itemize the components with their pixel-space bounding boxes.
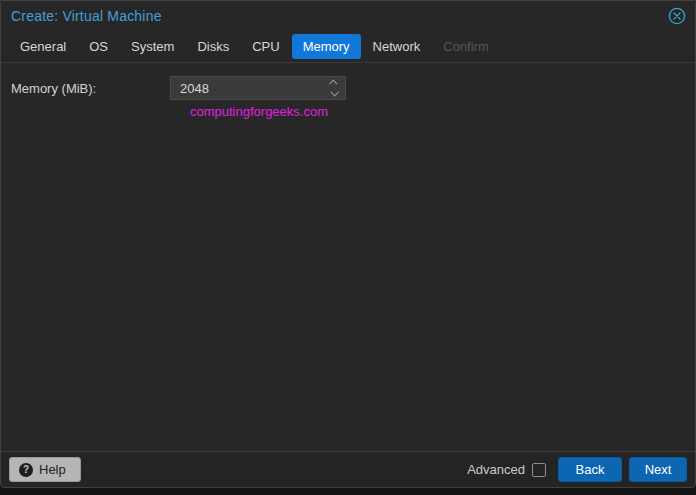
page-title: Create: Virtual Machine [11, 8, 162, 24]
back-button[interactable]: Back [558, 457, 622, 482]
footer-bar: ? Help Advanced Back Next [1, 451, 695, 487]
wizard-tab-bar: General OS System Disks CPU Memory Netwo… [1, 31, 695, 63]
tab-general[interactable]: General [9, 34, 77, 59]
tab-network[interactable]: Network [362, 34, 432, 59]
footer-actions: Advanced Back Next [467, 457, 687, 482]
memory-input[interactable] [171, 77, 323, 99]
tab-memory[interactable]: Memory [292, 34, 361, 59]
advanced-checkbox[interactable] [532, 463, 546, 477]
tab-confirm: Confirm [432, 34, 500, 59]
tab-os[interactable]: OS [78, 34, 119, 59]
next-button[interactable]: Next [629, 457, 687, 482]
help-button-label: Help [39, 462, 66, 477]
tab-disks[interactable]: Disks [186, 34, 240, 59]
watermark-text: computingforgeeks.com [170, 104, 348, 119]
chevron-up-icon[interactable] [329, 79, 337, 87]
memory-label: Memory (MiB): [11, 81, 170, 96]
chevron-down-icon[interactable] [330, 88, 338, 96]
help-button[interactable]: ? Help [9, 457, 81, 482]
create-vm-dialog: Create: Virtual Machine General OS Syste… [0, 0, 696, 488]
advanced-label: Advanced [467, 462, 525, 477]
close-icon[interactable] [668, 7, 686, 25]
memory-stepper[interactable] [323, 77, 345, 99]
memory-form-row: Memory (MiB): [1, 63, 695, 100]
memory-panel: Memory (MiB): computingforgeeks.com [1, 63, 695, 451]
tab-cpu[interactable]: CPU [241, 34, 290, 59]
memory-field [170, 76, 346, 100]
question-icon: ? [19, 463, 33, 477]
title-bar: Create: Virtual Machine [1, 1, 695, 31]
tab-system[interactable]: System [120, 34, 185, 59]
